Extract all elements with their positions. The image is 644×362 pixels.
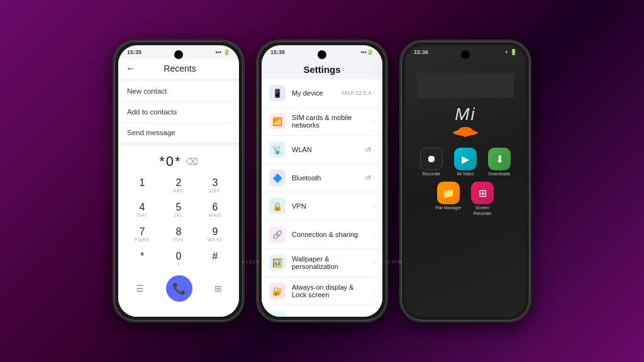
camera-hole-2 [318,50,326,59]
dial-key-6[interactable]: 6MNO [197,198,233,221]
phone-1-screen: 15:35 ▪▪▪ 🔋 ← Recents New contact Add to… [118,45,239,317]
recents-title: Recents [142,63,218,74]
mi-logo: Mi [405,104,526,124]
connection-label: Connection & sharing [292,231,367,238]
contacts-icon[interactable]: ☰ [136,283,144,293]
app-row-1: ⏺ Recorder ▶ Mi Video ⬇ Downloads [418,148,513,177]
chevron-icon-1: › [373,118,375,124]
always-on-right: › [373,288,375,294]
settings-item-connection[interactable]: 🔗 Connection & sharing › [262,221,382,249]
settings-item-wallpaper[interactable]: 🖼️ Wallpaper & personalization › [262,249,382,277]
delete-icon[interactable]: ⌫ [186,156,198,167]
settings-item-vpn[interactable]: 🔒 VPN › [262,192,382,221]
bluetooth-label: Bluetooth [292,174,358,182]
phone-3-screen: 15:36 + 🔋 Mi ⏺ Recorder [405,45,526,317]
status-time-2: 15:35 [270,49,285,55]
camera-hole [174,50,183,59]
app-grid: ⏺ Recorder ▶ Mi Video ⬇ Downloads 📁 [405,148,526,216]
dial-key-2[interactable]: 2ABC [161,173,196,197]
always-on-text: Always-on display & Lock screen [292,283,367,299]
dialpad-number: *0* [159,153,181,170]
phone-1: 15:35 ▪▪▪ 🔋 ← Recents New contact Add to… [113,40,245,322]
settings-list: 📱 My device MIUI 12.5.4 › 📶 SIM cards & … [262,79,382,317]
sim-label: SIM cards & mobile networks [292,114,367,129]
wallpaper-right: › [373,260,375,266]
dial-key-star[interactable]: * [125,247,160,270]
recents-menu: New contact Add to contacts Send message [118,81,239,143]
menu-item-add-contacts[interactable]: Add to contacts [118,102,239,123]
back-icon[interactable]: ← [126,63,136,74]
settings-item-my-device[interactable]: 📱 My device MIUI 12.5.4 › [262,79,382,107]
status-icons-3: + 🔋 [505,49,517,55]
always-on-label: Always-on display & Lock screen [292,283,367,299]
recorder-icon: ⏺ [420,148,443,170]
phone-2: 15:35 ▪▪▪🔋 Settings 📱 My device MIUI 12.… [256,40,388,322]
keypad-icon[interactable]: ⊞ [214,283,222,293]
status-icons-2: ▪▪▪🔋 [360,49,374,55]
recorder-label: Recorder [423,172,441,177]
filemanager-icon: 📁 [437,182,460,204]
phone-2-screen: 15:35 ▪▪▪🔋 Settings 📱 My device MIUI 12.… [262,45,382,317]
my-device-icon: 📱 [269,85,286,101]
app-screenrecorder[interactable]: ⊞ Screen Recorder [469,182,496,216]
chevron-icon-3: › [373,175,375,181]
connection-icon: 🔗 [269,226,286,243]
wlan-label: WLAN [292,146,358,153]
bluetooth-text: Bluetooth [292,174,358,182]
my-device-badge: MIUI 12.5.4 [341,90,371,96]
dial-key-3[interactable]: 3DEF [197,173,233,197]
dial-key-5[interactable]: 5JKL [161,198,196,221]
downloads-label: Downloads [489,172,511,177]
vpn-label: VPN [292,202,367,210]
sim-text: SIM cards & mobile networks [292,114,367,129]
dialpad-bottom: ☰ 📞 ⊞ [118,270,239,307]
settings-item-display[interactable]: 📺 Display › [262,305,382,317]
dialpad-area: *0* ⌫ 1 2ABC 3DEF 4GHI 5JKL 6MNO 7PQRS 8… [118,146,239,317]
status-icons-1: ▪▪▪ 🔋 [215,49,230,55]
downloads-icon: ⬇ [488,148,511,170]
chevron-icon-0: › [373,90,375,96]
menu-item-new-contact[interactable]: New contact [118,81,239,102]
call-button[interactable]: 📞 [166,275,192,302]
filemanager-label: File Manager [436,206,462,211]
phone-3: 15:36 + 🔋 Mi ⏺ Recorder [399,40,531,322]
settings-item-sim[interactable]: 📶 SIM cards & mobile networks › [262,107,382,136]
recents-screen: 15:35 ▪▪▪ 🔋 ← Recents New contact Add to… [118,45,239,317]
dial-key-hash[interactable]: # [197,247,233,270]
dial-key-0[interactable]: 0+ [161,247,196,270]
my-device-text: My device [292,89,335,97]
dial-key-7[interactable]: 7PQRS [125,222,160,246]
chevron-icon-5: › [373,231,375,238]
app-mivideo[interactable]: ▶ Mi Video [452,148,479,177]
screenrecorder-label: Screen Recorder [469,206,496,216]
app-filemanager[interactable]: 📁 File Manager [435,182,462,216]
camera-hole-3 [461,50,470,59]
settings-item-bluetooth[interactable]: 🔷 Bluetooth off › [262,164,382,192]
wallpaper-label: Wallpaper & personalization [292,255,367,270]
settings-title: Settings [303,64,340,75]
menu-item-send-message[interactable]: Send message [118,123,239,143]
dial-key-9[interactable]: 9WXYZ [197,222,233,246]
bluetooth-icon: 🔷 [269,170,286,186]
my-device-right: MIUI 12.5.4 › [341,90,375,96]
display-right: › [373,316,375,317]
app-recorder[interactable]: ⏺ Recorder [418,148,445,177]
app-downloads[interactable]: ⬇ Downloads [486,148,513,177]
settings-item-always-on[interactable]: 🔐 Always-on display & Lock screen › [262,277,382,305]
my-device-label: My device [292,89,335,97]
app-row-2: 📁 File Manager ⊞ Screen Recorder [418,182,513,216]
sim-right: › [373,118,375,124]
dial-key-1[interactable]: 1 [125,173,160,197]
wlan-badge: off [365,146,371,153]
dial-key-4[interactable]: 4GHI [125,198,160,221]
settings-header: Settings [262,59,382,79]
top-bar-widget [417,73,514,98]
chevron-icon-4: › [373,203,375,209]
settings-item-wlan[interactable]: 📡 WLAN off › [262,136,382,164]
display-text: Display [292,315,367,317]
chevron-icon-6: › [373,260,375,266]
dial-key-8[interactable]: 8TUV [161,222,196,246]
recents-header: ← Recents [118,59,239,80]
mivideo-icon: ▶ [454,148,477,170]
wallpaper-text: Wallpaper & personalization [292,255,367,270]
